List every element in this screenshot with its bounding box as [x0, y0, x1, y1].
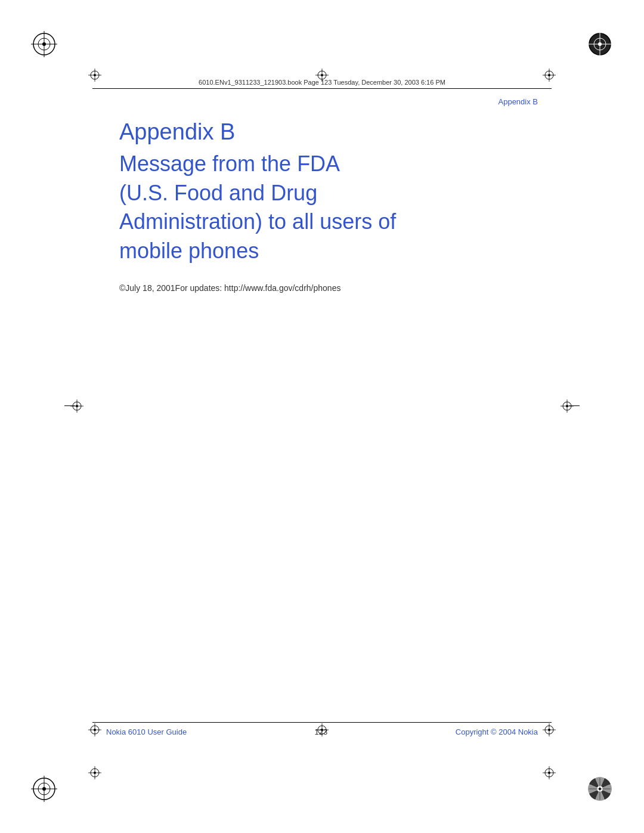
reg-mark-right-mid — [561, 400, 574, 413]
reg-mark-bottom-far-right — [587, 776, 613, 802]
reg-mark-bottom-right-inner — [543, 723, 556, 736]
footer-left: Nokia 6010 User Guide — [106, 727, 187, 736]
appendix-label: Appendix B — [499, 97, 538, 106]
reg-mark-top-center — [315, 69, 329, 82]
right-side-tick — [569, 405, 580, 406]
heading-line2: (U.S. Food and Drug — [119, 181, 317, 205]
date-line: ©July 18, 2001For updates: http://www.fd… — [119, 283, 525, 293]
page: 6010.ENv1_9311233_121903.book Page 123 T… — [0, 0, 644, 833]
reg-mark-bottom-left-inner — [88, 723, 101, 736]
reg-mark-top-far-left — [31, 31, 57, 57]
reg-mark-bottom-center — [315, 723, 329, 736]
reg-mark-top-left-inner — [88, 69, 101, 82]
heading-line3: Administration) to all users of — [119, 209, 396, 234]
reg-mark-left-mid — [70, 400, 83, 413]
reg-mark-bottom-far-left — [31, 776, 57, 802]
page-heading: Message from the FDA (U.S. Food and Drug… — [119, 150, 525, 265]
reg-mark-bottom-right-corner — [543, 766, 556, 779]
reg-mark-bottom-left-corner — [88, 766, 101, 779]
header-rule — [92, 88, 552, 89]
main-content: Appendix B Message from the FDA (U.S. Fo… — [119, 119, 525, 293]
reg-mark-top-far-right — [587, 31, 613, 57]
heading-line1: Message from the FDA — [119, 151, 340, 176]
heading-line4: mobile phones — [119, 239, 259, 263]
footer-right: Copyright © 2004 Nokia — [456, 727, 538, 736]
left-side-tick — [64, 405, 75, 406]
appendix-title: Appendix B — [119, 119, 525, 145]
reg-mark-top-right-inner — [543, 69, 556, 82]
footer-rule — [92, 722, 552, 723]
